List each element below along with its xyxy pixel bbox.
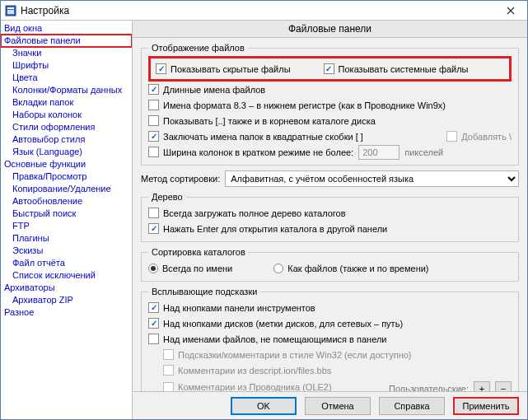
group-tooltips: Всплывающие подсказки Над кнопками панел… [141,287,519,391]
select-sort-method[interactable]: Алфавитная, с учётом особенностей языка [225,170,519,187]
group-file-display: Отображение файлов Показывать скрытые фа… [141,43,519,166]
tree-item[interactable]: Быстрый поиск [1,208,132,220]
tree-item[interactable]: Вкладки папок [1,96,132,109]
tree-item[interactable]: Архиватор ZIP [1,294,132,306]
tree-item[interactable]: Основные функции [1,158,132,170]
check-icon [446,131,457,142]
cancel-button[interactable]: Отмена [305,397,371,415]
plus-icon: + [479,384,484,391]
check-icon [163,349,174,360]
label-sort-method: Метод сортировки: [141,174,220,184]
group-file-display-legend: Отображение файлов [148,43,248,53]
ok-button[interactable]: OK [231,397,297,415]
tree-item[interactable]: FTP [1,220,132,232]
check-icon [163,382,174,392]
radio-dot-icon [148,264,158,273]
tree-item[interactable]: Шрифты [1,59,132,72]
check-icon [148,318,159,329]
check-icon [148,334,159,344]
tree-item[interactable]: Автовыбор стиля [1,133,132,146]
radio-dirsort-like-files[interactable]: Как файлов (также и по времени) [273,264,428,273]
check-icon [148,208,159,218]
tree-item[interactable]: Цвета [1,72,132,84]
tree-item[interactable]: Правка/Просмотр [1,170,132,183]
tree-item[interactable]: Архиваторы [1,282,132,294]
radio-dirsort-by-name[interactable]: Всегда по имени [148,264,232,273]
check-icon [324,63,334,74]
highlighted-hidden-system: Показывать скрытые файлы Показывать сист… [148,56,512,82]
content-pane: Файловые панели Отображение файлов Показ… [133,21,527,419]
page-body: Отображение файлов Показывать скрытые фа… [133,38,527,391]
checkbox-show-system[interactable]: Показывать системные файлы [324,63,469,74]
minus-icon: − [501,384,506,391]
tree-item[interactable]: Разное [1,306,132,319]
checkbox-always-load-tree[interactable]: Всегда загружать полное дерево каталогов [148,208,346,218]
tree-item[interactable]: Язык (Language) [1,146,132,158]
checkbox-append-backslash[interactable]: Добавлять \ [446,131,512,142]
label-user-tooltips: Пользовательские: [389,384,469,391]
checkbox-column-width-limit[interactable]: Ширина колонок в кратком режиме не более… [148,147,353,157]
button-add-user-tooltip[interactable]: + [474,381,490,391]
checkbox-show-dotdot-root[interactable]: Показывать [..] также и в корневом катал… [148,115,376,126]
settings-window: Настройка Вид окнаФайловые панелиЗначкиШ… [0,0,528,420]
svg-rect-1 [7,7,14,9]
check-icon [148,131,159,142]
checkbox-brackets-folders[interactable]: Заключать имена папок в квадратные скобк… [148,131,363,142]
dialog-footer: OK Отмена Справка Применить [133,391,527,419]
checkbox-tooltip-toolbar[interactable]: Над кнопками панели инструментов [148,302,315,313]
tree-item[interactable]: Копирование/Удаление [1,183,132,195]
label-pixels: пикселей [404,147,443,157]
input-column-width[interactable] [358,145,400,160]
check-icon [163,365,174,376]
check-icon [148,100,159,110]
titlebar: Настройка [1,1,527,21]
tree-item[interactable]: Вид окна [1,22,132,35]
help-button[interactable]: Справка [379,397,445,415]
checkbox-show-hidden[interactable]: Показывать скрытые файлы [156,63,291,74]
check-icon [148,147,159,157]
tree-item[interactable]: Файловые панели [1,35,132,47]
checkbox-83-lowercase[interactable]: Имена формата 8.3 – в нижнем регистре (к… [148,100,446,110]
tree-item[interactable]: Наборы колонок [1,109,132,121]
check-icon [148,302,159,313]
tree-item[interactable]: Плагины [1,232,132,245]
checkbox-enter-opens-other-panel[interactable]: Нажать Enter для открытия каталога в дру… [148,223,387,234]
check-icon [148,223,159,234]
window-title: Настройка [21,5,494,16]
tree-item[interactable]: Стили оформления [1,121,132,133]
group-tree-legend: Дерево [148,192,186,202]
group-dir-sort: Сортировка каталогов Всегда по имени Как… [141,247,519,282]
tree-item[interactable]: Автообновление [1,195,132,208]
app-icon [4,4,17,17]
group-tree: Дерево Всегда загружать полное дерево ка… [141,192,519,242]
page-title: Файловые панели [133,21,527,38]
category-tree[interactable]: Вид окнаФайловые панелиЗначкиШрифтыЦвета… [1,21,133,419]
checkbox-tooltip-ole2[interactable]: Комментарии из Проводника (OLE2) [163,382,332,392]
group-tooltips-legend: Всплывающие подсказки [148,287,260,296]
close-button[interactable] [494,2,527,20]
tree-item[interactable]: Эскизы [1,245,132,257]
checkbox-tooltip-descript-ion[interactable]: Комментарии из descript.ion/files.bbs [163,365,331,376]
tree-item[interactable]: Значки [1,47,132,59]
check-icon [156,63,166,74]
svg-rect-2 [7,10,14,14]
button-remove-user-tooltip[interactable]: − [495,381,512,391]
checkbox-tooltip-truncated-names[interactable]: Над именами файлов, не помещающимися в п… [148,334,386,344]
checkbox-tooltip-drive-buttons[interactable]: Над кнопками дисков (метки дисков, для с… [148,318,403,329]
apply-button[interactable]: Применить [453,397,519,415]
group-dir-sort-legend: Сортировка каталогов [148,247,249,257]
tree-item[interactable]: Список исключений [1,269,132,282]
checkbox-long-names[interactable]: Длинные имена файлов [148,84,265,95]
checkbox-tooltip-win32[interactable]: Подсказки/комментарии в стиле Win32 (есл… [163,349,412,360]
tree-item[interactable]: Колонки/Форматы данных [1,84,132,96]
body: Вид окнаФайловые панелиЗначкиШрифтыЦвета… [1,21,527,419]
radio-dot-icon [273,264,283,273]
check-icon [148,84,159,95]
tree-item[interactable]: Файл отчёта [1,257,132,269]
check-icon [148,115,159,126]
